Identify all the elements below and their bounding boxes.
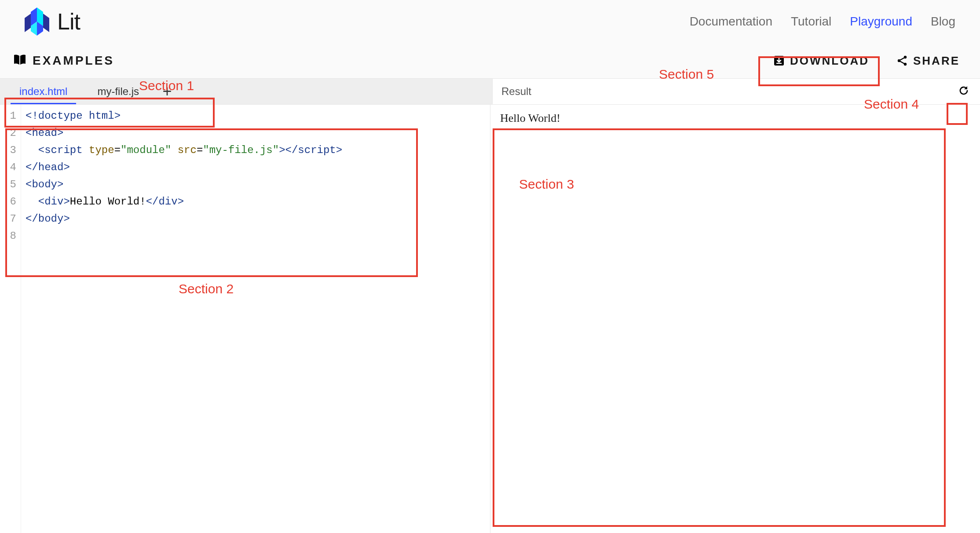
download-label: DOWNLOAD — [790, 54, 869, 68]
line-number: 7 — [0, 210, 16, 227]
reload-button[interactable] — [956, 84, 971, 99]
playground-toolbar: EXAMPLES DOWNLOAD — [0, 43, 980, 78]
line-number: 6 — [0, 193, 16, 210]
download-button[interactable]: DOWNLOAD — [766, 50, 876, 72]
result-header: Result — [492, 79, 980, 104]
nav-links: Documentation Tutorial Playground Blog — [690, 15, 955, 29]
code-line: <head> — [26, 124, 490, 142]
add-tab-button[interactable]: + — [154, 79, 180, 104]
brand[interactable]: Lit — [25, 7, 80, 36]
line-gutter: 12345678 — [0, 105, 21, 533]
nav-link-playground[interactable]: Playground — [850, 15, 912, 29]
result-preview: Hello World! — [490, 105, 980, 533]
line-number: 8 — [0, 227, 16, 245]
code-area[interactable]: <!doctype html><head> <script type="modu… — [21, 105, 490, 533]
result-title: Result — [501, 85, 531, 98]
code-line: <body> — [26, 176, 490, 193]
code-line — [26, 227, 490, 245]
brand-name: Lit — [57, 8, 80, 35]
share-icon — [896, 55, 908, 66]
tab-label: my-file.js — [97, 85, 139, 98]
main-split: 12345678 <!doctype html><head> <script t… — [0, 105, 980, 533]
line-number: 3 — [0, 142, 16, 159]
svg-marker-3 — [43, 14, 49, 32]
nav-link-blog[interactable]: Blog — [931, 15, 955, 29]
code-line: <script type="module" src="my-file.js"><… — [26, 142, 490, 159]
code-line: <div>Hello World!</div> — [26, 193, 490, 210]
line-number: 5 — [0, 176, 16, 193]
result-output-text: Hello World! — [500, 112, 560, 124]
svg-line-12 — [900, 62, 904, 64]
line-number: 1 — [0, 107, 16, 124]
tab-my-file-js[interactable]: my-file.js — [82, 79, 154, 104]
download-icon — [773, 55, 785, 66]
share-button[interactable]: SHARE — [889, 50, 967, 72]
svg-marker-2 — [25, 14, 31, 32]
code-line: </head> — [26, 159, 490, 176]
line-number: 2 — [0, 124, 16, 142]
tab-index-html[interactable]: index.html — [4, 79, 82, 104]
line-number: 4 — [0, 159, 16, 176]
tab-bar: index.html my-file.js + Result — [0, 78, 980, 105]
nav-link-documentation[interactable]: Documentation — [690, 15, 772, 29]
book-icon — [13, 54, 26, 67]
reload-icon — [958, 85, 969, 98]
code-line: </body> — [26, 210, 490, 227]
examples-label: EXAMPLES — [33, 54, 114, 68]
examples-button[interactable]: EXAMPLES — [13, 54, 114, 68]
svg-line-11 — [900, 58, 904, 60]
nav-link-tutorial[interactable]: Tutorial — [791, 15, 831, 29]
code-line: <!doctype html> — [26, 107, 490, 124]
top-nav: Lit Documentation Tutorial Playground Bl… — [0, 0, 980, 43]
tab-label: index.html — [19, 85, 67, 98]
share-label: SHARE — [913, 54, 960, 68]
lit-logo-icon — [25, 7, 49, 36]
code-editor[interactable]: 12345678 <!doctype html><head> <script t… — [0, 105, 490, 533]
